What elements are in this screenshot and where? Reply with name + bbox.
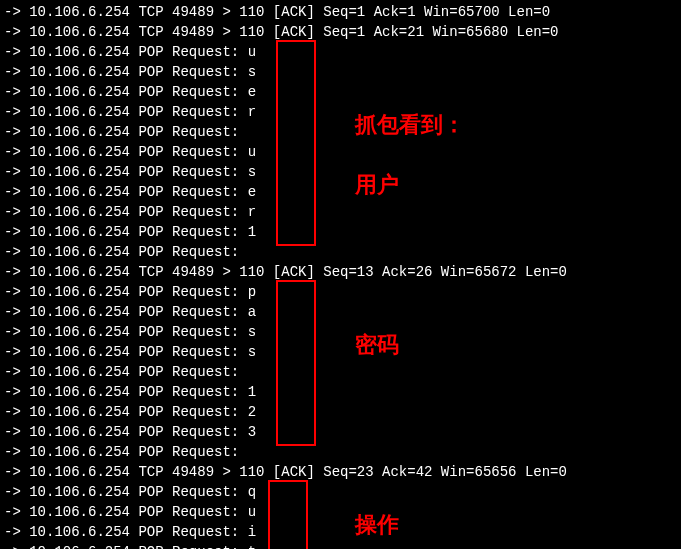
packet-line: -> 10.106.6.254 POP Request: (0, 122, 681, 142)
packet-line: -> 10.106.6.254 POP Request: u (0, 42, 681, 62)
packet-line: -> 10.106.6.254 POP Request: a (0, 302, 681, 322)
packet-line: -> 10.106.6.254 POP Request: (0, 242, 681, 262)
packet-line: -> 10.106.6.254 POP Request: (0, 362, 681, 382)
packet-line: -> 10.106.6.254 POP Request: e (0, 82, 681, 102)
packet-line: -> 10.106.6.254 POP Request: e (0, 182, 681, 202)
packet-line: -> 10.106.6.254 POP Request: s (0, 342, 681, 362)
packet-line: -> 10.106.6.254 POP Request: u (0, 142, 681, 162)
packet-line: -> 10.106.6.254 POP Request: s (0, 322, 681, 342)
packet-line: -> 10.106.6.254 POP Request: s (0, 62, 681, 82)
packet-line: -> 10.106.6.254 TCP 49489 > 110 [ACK] Se… (0, 2, 681, 22)
packet-line: -> 10.106.6.254 POP Request: p (0, 282, 681, 302)
packet-line: -> 10.106.6.254 POP Request: 3 (0, 422, 681, 442)
packet-line: -> 10.106.6.254 TCP 49489 > 110 [ACK] Se… (0, 262, 681, 282)
packet-line: -> 10.106.6.254 POP Request: 1 (0, 382, 681, 402)
packet-line: -> 10.106.6.254 POP Request: 1 (0, 222, 681, 242)
packet-line: -> 10.106.6.254 POP Request: u (0, 502, 681, 522)
packet-line: -> 10.106.6.254 TCP 49489 > 110 [ACK] Se… (0, 22, 681, 42)
packet-line: -> 10.106.6.254 TCP 49489 > 110 [ACK] Se… (0, 462, 681, 482)
packet-line: -> 10.106.6.254 POP Request: s (0, 162, 681, 182)
packet-capture-output: -> 10.106.6.254 TCP 49489 > 110 [ACK] Se… (0, 2, 681, 549)
packet-line: -> 10.106.6.254 POP Request: 2 (0, 402, 681, 422)
packet-line: -> 10.106.6.254 POP Request: r (0, 102, 681, 122)
packet-line: -> 10.106.6.254 POP Request: i (0, 522, 681, 542)
packet-line: -> 10.106.6.254 POP Request: (0, 442, 681, 462)
packet-line: -> 10.106.6.254 POP Request: r (0, 202, 681, 222)
packet-line: -> 10.106.6.254 POP Request: t (0, 542, 681, 549)
packet-line: -> 10.106.6.254 POP Request: q (0, 482, 681, 502)
